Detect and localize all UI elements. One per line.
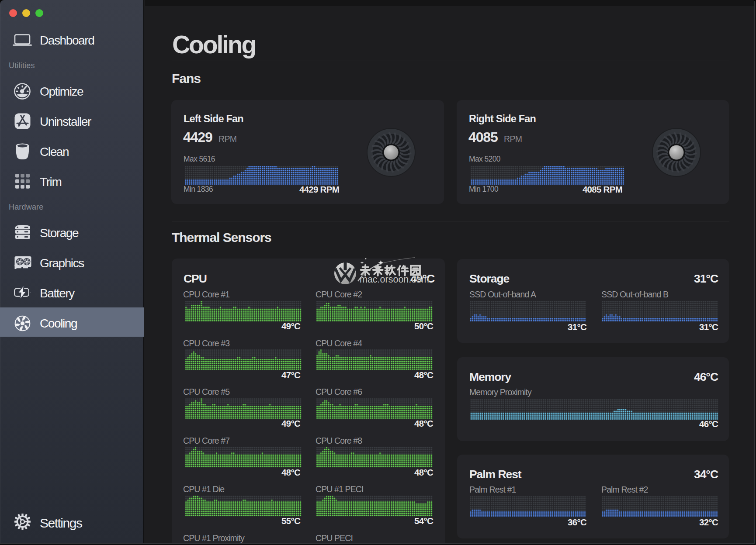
svg-text:mac.orsoon.com: mac.orsoon.com bbox=[360, 274, 429, 285]
